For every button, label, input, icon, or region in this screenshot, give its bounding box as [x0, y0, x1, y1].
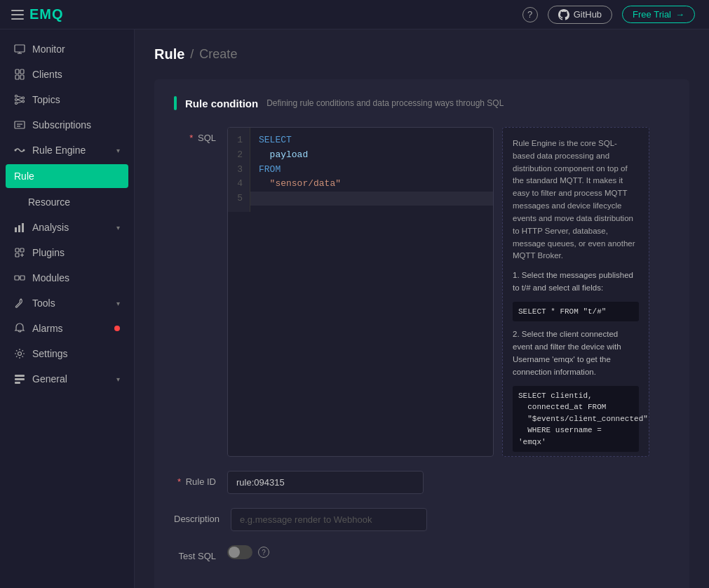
- rule-id-input[interactable]: [227, 471, 424, 494]
- topics-icon: [14, 94, 25, 105]
- breadcrumb: Rule / Create: [154, 46, 689, 62]
- svg-line-12: [18, 96, 22, 98]
- svg-line-15: [18, 102, 22, 103]
- sidebar-label-modules: Modules: [32, 272, 120, 283]
- svg-rect-4: [20, 69, 24, 74]
- sidebar-item-topics[interactable]: Topics: [0, 87, 134, 112]
- help-panel: Rule Engine is the core SQL-based data p…: [502, 127, 649, 457]
- main-content: Rule / Create Rule condition Defining ru…: [135, 0, 709, 588]
- sidebar-item-tools[interactable]: Tools ▾: [0, 290, 134, 316]
- alarms-icon: [14, 323, 25, 334]
- svg-line-14: [18, 100, 22, 102]
- section-title: Rule condition: [185, 98, 258, 109]
- subscriptions-icon: [14, 119, 25, 131]
- toggle-knob: [229, 547, 240, 558]
- line-numbers: 1 2 3 4 5: [228, 128, 250, 212]
- svg-point-10: [22, 97, 25, 99]
- free-trial-button[interactable]: Free Trial →: [622, 6, 695, 23]
- svg-point-8: [15, 99, 18, 101]
- svg-rect-33: [15, 382, 20, 384]
- sidebar-label-tools: Tools: [32, 298, 109, 309]
- svg-rect-6: [20, 75, 24, 79]
- sidebar-item-monitor[interactable]: Monitor: [0, 36, 134, 62]
- help-example2-code: SELECT clientid, connected_at FROM "$eve…: [513, 386, 639, 453]
- test-sql-label: Test SQL: [174, 545, 216, 561]
- topbar-left: EMQ: [0, 6, 64, 22]
- sidebar-item-plugins[interactable]: Plugins: [0, 240, 134, 265]
- test-sql-help-icon[interactable]: ?: [258, 547, 269, 558]
- analysis-icon: [14, 222, 25, 233]
- general-icon: [14, 373, 25, 385]
- svg-rect-24: [15, 248, 19, 252]
- svg-rect-22: [18, 225, 20, 232]
- topbar-right: ? GitHub Free Trial →: [522, 6, 695, 24]
- svg-point-20: [23, 149, 25, 152]
- code-content[interactable]: SELECT payload FROM "sensor/data": [250, 128, 493, 212]
- sidebar-item-modules[interactable]: Modules: [0, 265, 134, 290]
- monitor-icon: [14, 44, 25, 55]
- sidebar-item-rule-engine[interactable]: Rule Engine ▾: [0, 138, 134, 163]
- help-example1-label: 1. Select the messages published to t/# …: [513, 269, 639, 295]
- topbar: EMQ ? GitHub Free Trial →: [0, 0, 709, 29]
- sql-editor[interactable]: 1 2 3 4 5 SELECT payload FROM "sensor/: [227, 127, 494, 457]
- clients-icon: [14, 69, 25, 80]
- plugins-icon: [14, 247, 25, 258]
- svg-rect-32: [15, 378, 25, 380]
- sidebar-label-topics: Topics: [32, 94, 120, 105]
- sidebar-item-clients[interactable]: Clients: [0, 62, 134, 87]
- help-icon[interactable]: ?: [522, 7, 538, 22]
- tools-icon: [14, 298, 25, 309]
- section-subtitle: Defining rule conditions and data proces…: [266, 98, 504, 108]
- sidebar-item-resource[interactable]: Resource: [0, 189, 134, 215]
- breadcrumb-separator: /: [190, 47, 194, 62]
- sidebar-item-general[interactable]: General ▾: [0, 366, 134, 392]
- rule-condition-card: Rule condition Defining rule conditions …: [154, 79, 689, 588]
- description-input[interactable]: [231, 508, 427, 531]
- sidebar-label-plugins: Plugins: [32, 247, 120, 258]
- sidebar-item-subscriptions[interactable]: Subscriptions: [0, 112, 134, 138]
- sidebar-label-rule: Rule: [14, 171, 120, 182]
- svg-rect-5: [15, 75, 19, 79]
- sql-label: * SQL: [174, 127, 216, 143]
- sidebar-item-rule[interactable]: Rule: [6, 164, 128, 188]
- svg-rect-3: [15, 69, 19, 74]
- svg-rect-28: [20, 276, 25, 280]
- description-row: Description: [174, 508, 670, 531]
- sidebar-item-settings[interactable]: Settings: [0, 341, 134, 366]
- test-sql-row: Test SQL ?: [174, 545, 670, 561]
- description-label: Description: [174, 508, 220, 524]
- svg-rect-31: [15, 375, 25, 377]
- tools-chevron: ▾: [116, 300, 120, 307]
- arrow-icon: →: [675, 9, 684, 20]
- rule-id-required-star: *: [177, 476, 181, 487]
- help-intro: Rule Engine is the core SQL-based data p…: [513, 138, 639, 262]
- svg-rect-0: [15, 45, 25, 52]
- sidebar-label-settings: Settings: [32, 348, 120, 359]
- github-label: GitHub: [574, 9, 602, 20]
- sidebar-label-analysis: Analysis: [32, 222, 109, 233]
- svg-point-9: [15, 102, 18, 105]
- rule-id-label: * Rule ID: [174, 471, 216, 487]
- test-sql-toggle[interactable]: [227, 545, 252, 559]
- sidebar-item-analysis[interactable]: Analysis ▾: [0, 215, 134, 240]
- help-example2-label: 2. Select the client connected event and…: [513, 328, 639, 378]
- svg-rect-23: [22, 223, 24, 232]
- rule-engine-icon: [14, 145, 25, 156]
- rule-engine-chevron: ▾: [116, 147, 120, 154]
- svg-rect-21: [15, 227, 17, 232]
- svg-line-13: [18, 98, 22, 100]
- sidebar-label-monitor: Monitor: [32, 44, 120, 55]
- section-bar: [174, 96, 177, 110]
- general-chevron: ▾: [116, 375, 120, 383]
- sql-editor-wrapper: 1 2 3 4 5 SELECT payload FROM "sensor/: [227, 127, 670, 457]
- settings-icon: [14, 348, 25, 359]
- hamburger-menu[interactable]: [11, 10, 24, 20]
- svg-rect-26: [15, 253, 19, 257]
- sidebar-item-alarms[interactable]: Alarms: [0, 316, 134, 341]
- github-button[interactable]: GitHub: [548, 6, 612, 24]
- alarm-badge: [114, 326, 120, 331]
- svg-point-19: [15, 149, 17, 152]
- svg-point-7: [15, 95, 18, 98]
- sidebar-label-subscriptions: Subscriptions: [32, 119, 120, 131]
- sidebar-label-clients: Clients: [32, 69, 120, 80]
